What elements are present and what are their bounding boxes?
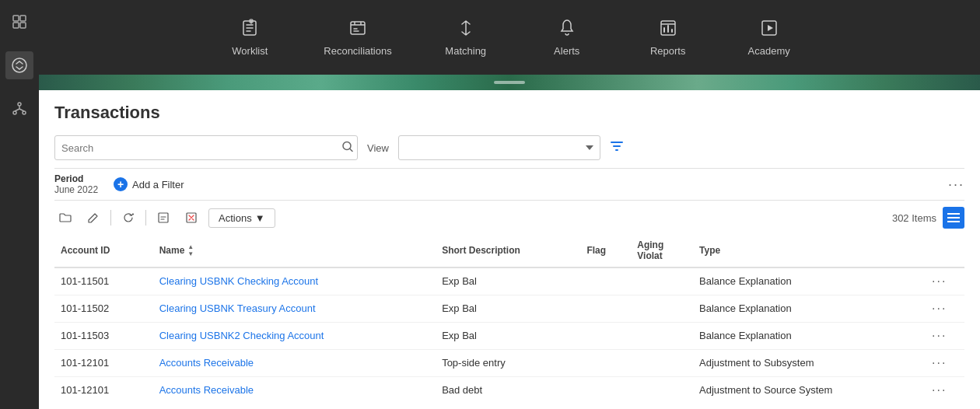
table-row: 101-11503 Clearing USBNK2 Checking Accou… bbox=[54, 322, 964, 349]
actions-button[interactable]: Actions ▼ bbox=[208, 208, 275, 228]
view-label: View bbox=[367, 142, 389, 154]
nav-worklist[interactable]: Worklist bbox=[222, 19, 277, 57]
refresh-button[interactable] bbox=[117, 207, 139, 229]
table-row: 101-11502 Clearing USBNK Treasury Accoun… bbox=[54, 295, 964, 322]
period-value: June 2022 bbox=[54, 184, 98, 195]
filter-period: Period June 2022 bbox=[54, 173, 98, 195]
view-select[interactable] bbox=[398, 135, 600, 160]
cell-flag bbox=[580, 322, 631, 349]
sort-down-icon: ▼ bbox=[187, 250, 194, 257]
nav-reconciliations[interactable]: Reconciliations bbox=[324, 19, 391, 57]
banner-handle bbox=[494, 81, 525, 84]
delete-export-button[interactable] bbox=[180, 207, 202, 229]
filter-more-button[interactable]: ··· bbox=[948, 177, 964, 193]
table-row: 101-12101 Accounts Receivable Top-side e… bbox=[54, 349, 964, 376]
nav-alerts-label: Alerts bbox=[554, 45, 579, 57]
cell-account-id: 101-11502 bbox=[54, 295, 153, 322]
reports-icon bbox=[659, 19, 677, 40]
items-count: 302 Items bbox=[892, 212, 936, 224]
th-name-label: Name bbox=[159, 245, 185, 256]
cell-row-actions: ··· bbox=[926, 295, 964, 322]
nav-alerts[interactable]: Alerts bbox=[540, 19, 594, 57]
cell-type: Balance Explanation bbox=[693, 322, 926, 349]
row-more-button[interactable]: ··· bbox=[932, 274, 947, 288]
cell-flag bbox=[580, 267, 631, 295]
nav-reports[interactable]: Reports bbox=[641, 19, 695, 57]
nav-academy[interactable]: Academy bbox=[742, 19, 796, 57]
cell-short-desc: Exp Bal bbox=[436, 322, 580, 349]
filter-bar: Period June 2022 + Add a Filter ··· bbox=[54, 168, 964, 201]
worklist-icon bbox=[240, 19, 259, 40]
toolbar: Actions ▼ 302 Items bbox=[54, 207, 964, 229]
th-account-id: Account ID bbox=[54, 235, 153, 267]
row-more-button[interactable]: ··· bbox=[932, 383, 947, 397]
cell-aging-violat bbox=[631, 376, 693, 397]
add-filter-icon: + bbox=[114, 177, 128, 191]
search-input[interactable] bbox=[54, 135, 358, 160]
cell-aging-violat bbox=[631, 349, 693, 376]
cell-account-id: 101-12101 bbox=[54, 349, 153, 376]
svg-rect-2 bbox=[13, 23, 19, 28]
th-flag-label: Flag bbox=[586, 245, 606, 256]
matching-icon bbox=[457, 19, 475, 40]
row-more-button[interactable]: ··· bbox=[932, 329, 947, 343]
cell-type: Adjustment to Source System bbox=[693, 376, 926, 397]
account-name-link[interactable]: Accounts Receivable bbox=[159, 384, 254, 396]
actions-label: Actions bbox=[219, 212, 252, 224]
sidebar bbox=[0, 0, 39, 409]
cell-short-desc: Bad debt bbox=[436, 376, 580, 397]
account-name-link[interactable]: Accounts Receivable bbox=[159, 357, 254, 369]
cell-row-actions: ··· bbox=[926, 267, 964, 295]
th-short-desc: Short Description bbox=[436, 235, 580, 267]
alerts-icon bbox=[558, 19, 576, 40]
page-title: Transactions bbox=[54, 103, 964, 123]
cell-name: Clearing USBNK2 Checking Account bbox=[153, 322, 436, 349]
main-area: Worklist Reconciliations Matching bbox=[39, 0, 980, 409]
th-actions bbox=[926, 235, 964, 267]
toolbar-right: 302 Items bbox=[892, 207, 964, 229]
search-icon[interactable] bbox=[342, 142, 353, 155]
nav-reports-label: Reports bbox=[650, 45, 686, 57]
actions-dropdown-icon: ▼ bbox=[255, 212, 265, 224]
svg-rect-3 bbox=[20, 23, 26, 28]
reconciliations-icon bbox=[348, 19, 367, 40]
cell-row-actions: ··· bbox=[926, 349, 964, 376]
account-name-link[interactable]: Clearing USBNK Treasury Account bbox=[159, 302, 316, 314]
nav-worklist-label: Worklist bbox=[232, 45, 268, 57]
search-view-bar: View bbox=[54, 135, 964, 160]
list-view-button[interactable] bbox=[943, 207, 964, 229]
row-more-button[interactable]: ··· bbox=[932, 302, 947, 316]
sidebar-icon-transfer[interactable] bbox=[5, 51, 33, 79]
account-name-link[interactable]: Clearing USBNK2 Checking Account bbox=[159, 330, 324, 341]
filter-icon[interactable] bbox=[610, 139, 624, 157]
period-label: Period bbox=[54, 173, 98, 184]
table-row: 101-12101 Accounts Receivable Bad debt A… bbox=[54, 376, 964, 397]
row-more-button[interactable]: ··· bbox=[932, 356, 947, 370]
svg-rect-0 bbox=[13, 16, 19, 21]
sort-arrows-name[interactable]: ▲ ▼ bbox=[187, 243, 194, 257]
nav-matching[interactable]: Matching bbox=[439, 19, 493, 57]
top-nav: Worklist Reconciliations Matching bbox=[39, 0, 980, 75]
cell-flag bbox=[580, 295, 631, 322]
folder-button[interactable] bbox=[54, 207, 76, 229]
cell-name: Clearing USBNK Checking Account bbox=[153, 267, 436, 295]
list-view-icon bbox=[947, 213, 960, 222]
cell-aging-violat bbox=[631, 295, 693, 322]
th-aging-violat: AgingViolat bbox=[631, 235, 693, 267]
nav-matching-label: Matching bbox=[445, 45, 486, 57]
content-area: Transactions View bbox=[39, 90, 980, 409]
table-header-row: Account ID Name ▲ ▼ bbox=[54, 235, 964, 267]
sidebar-icon-hierarchy[interactable] bbox=[5, 95, 33, 123]
svg-point-4 bbox=[12, 58, 26, 72]
transactions-table: Account ID Name ▲ ▼ bbox=[54, 235, 964, 397]
account-name-link[interactable]: Clearing USBNK Checking Account bbox=[159, 275, 319, 287]
edit-button[interactable] bbox=[82, 207, 104, 229]
export-button[interactable] bbox=[152, 207, 174, 229]
cell-flag bbox=[580, 376, 631, 397]
th-name: Name ▲ ▼ bbox=[153, 235, 436, 267]
add-filter-button[interactable]: + Add a Filter bbox=[114, 177, 184, 191]
th-type: Type bbox=[693, 235, 926, 267]
add-filter-label: Add a Filter bbox=[132, 179, 184, 191]
cell-short-desc: Top-side entry bbox=[436, 349, 580, 376]
sidebar-icon-grid[interactable] bbox=[5, 8, 33, 36]
